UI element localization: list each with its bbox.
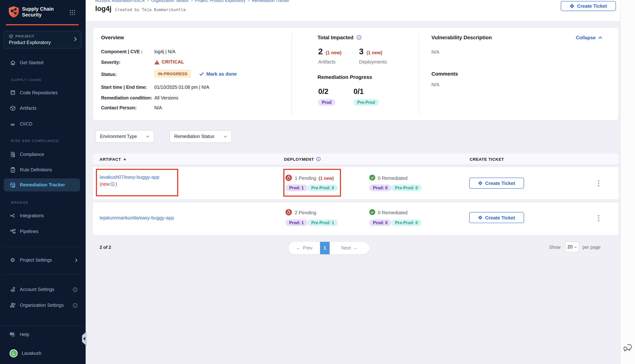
pagination: ← Prev 1 Next → [288, 242, 370, 255]
breadcrumb-current[interactable]: Remediation Tracker [252, 0, 289, 2]
create-ticket-button-top[interactable]: Create Ticket [561, 1, 616, 11]
code-repository-icon [10, 90, 16, 96]
sidebar-item-get-started[interactable]: Get Started [0, 58, 86, 68]
severity-label: Severity: [101, 60, 121, 65]
remediation-tracker-icon [10, 182, 16, 188]
ticket-diamond-icon [570, 4, 574, 8]
contact-value: N/A [154, 105, 162, 110]
impacted-artifacts-label: Artifacts [318, 59, 335, 64]
sidebar-section-risk-compliance: RISK AND COMPLIANCE [11, 139, 59, 143]
project-selector-label: PROJECT [16, 34, 35, 38]
app-grid-icon[interactable] [69, 10, 75, 16]
page-title: log4j [95, 5, 112, 13]
page-size-value: 20 [567, 244, 572, 250]
breadcrumb-project[interactable]: Project: Product Exploratory [195, 0, 245, 2]
vulnerability-description-value: N/A [432, 49, 439, 55]
remediated-prod-badge: Prod: 0 [369, 220, 391, 226]
remediated-preprod-badge: Pre-Prod: 0 [391, 184, 421, 191]
info-icon[interactable] [356, 35, 362, 40]
status-badge: IN-PROGRESS [154, 70, 191, 78]
condition-value: All Versions [154, 96, 178, 100]
impacted-deployments-new: (1 new) [367, 50, 382, 56]
sidebar-section-supply-chain: SUPPLY CHAIN [11, 78, 41, 82]
mark-as-done-link[interactable]: Mark as done [199, 71, 237, 76]
collapse-toggle[interactable]: Collapse [576, 35, 602, 40]
arrow-left-icon: ← [296, 246, 301, 250]
breadcrumb[interactable]: Account: Automation-SSCA>Organization: d… [95, 0, 289, 2]
chevron-down-icon [224, 136, 227, 138]
sidebar-user[interactable]: L Lavakush [0, 348, 86, 359]
sidebar-item-label: Compliance [20, 152, 44, 157]
create-ticket-label: Create Ticket [577, 3, 607, 9]
create-ticket-button-row[interactable]: Create Ticket [469, 178, 524, 188]
sidebar-divider [4, 274, 80, 274]
remediated-prod-badge: Prod: 0 [369, 184, 391, 191]
remediated-icon [369, 175, 375, 180]
sidebar-item-label: Help [20, 332, 29, 337]
sidebar-item-artifacts[interactable]: Artifacts [0, 104, 86, 113]
user-name: Lavakush [22, 351, 41, 356]
info-icon [73, 287, 78, 292]
pending-count: 2 Pending [295, 210, 316, 216]
sidebar-item-account-settings[interactable]: Account Settings [0, 285, 86, 294]
sidebar-item-label: Project Settings [20, 258, 52, 263]
cube-icon [10, 105, 16, 111]
sidebar-item-help[interactable]: ? Help [0, 330, 86, 340]
remediation-status-filter[interactable]: Remediation Status [169, 130, 232, 143]
organization-settings-icon [10, 302, 16, 308]
row-menu-kebab-icon[interactable] [596, 214, 601, 222]
sidebar-item-label: Rule Definitions [20, 167, 52, 172]
sidebar-item-remediation-tracker[interactable]: Remediation Tracker [4, 178, 80, 192]
sidebar-item-rule-definitions[interactable]: Rule Definitions [0, 165, 86, 175]
table-row: tejakummarikuntla/easy-buggy-app 2 Pendi… [93, 202, 618, 235]
column-artifact[interactable]: ARTIFACT [100, 154, 127, 165]
next-label: Next [341, 246, 351, 250]
column-deployment: DEPLOYMENT [284, 154, 321, 165]
comments-title: Comments [432, 71, 458, 77]
remediation-status-label: Remediation Status [174, 134, 214, 139]
account-settings-icon [10, 286, 16, 293]
pending-preprod-badge: Pre-Prod: 1 [308, 220, 338, 226]
remediated-preprod-badge: Pre-Prod: 0 [391, 220, 421, 226]
document-search-icon [10, 151, 16, 158]
project-selector[interactable]: PROJECT Product Exploratory [4, 31, 82, 48]
brand-accent-rule [6, 24, 79, 25]
environment-type-filter[interactable]: Environment Type [95, 130, 154, 143]
sidebar-item-label: Organization Settings [20, 303, 64, 308]
column-deployment-label: DEPLOYMENT [284, 157, 314, 161]
impacted-deployments-count: 3 [359, 47, 364, 56]
artifact-link[interactable]: tejakummarikuntla/easy-buggy-app [100, 215, 174, 220]
ticket-diamond-icon [478, 216, 483, 220]
page-size-select[interactable]: 20 [565, 242, 579, 252]
support-chat-icon[interactable] [623, 344, 633, 352]
sidebar-item-project-settings[interactable]: ⚙ Project Settings [0, 256, 86, 265]
sidebar-item-cicd[interactable]: ∞ CI/CD [0, 119, 86, 129]
sidebar-item-code-repositories[interactable]: Code Repositories [0, 88, 86, 98]
collapse-label: Collapse [576, 35, 596, 40]
create-ticket-button-row[interactable]: Create Ticket [469, 212, 524, 223]
preprod-progress-badge: Pre-Prod [353, 99, 379, 106]
sidebar-item-pipelines[interactable]: Pipelines [0, 227, 86, 236]
overview-card: Overview Component | CVE : log4j | N/A S… [93, 28, 618, 120]
supply-chain-security-logo [8, 6, 20, 18]
infinity-icon: ∞ [10, 121, 16, 127]
chevron-right-icon [74, 37, 77, 42]
page-header: Account: Automation-SSCA>Organization: d… [86, 0, 620, 22]
page-number-active[interactable]: 1 [320, 242, 330, 254]
breadcrumb-account[interactable]: Account: Automation-SSCA [95, 0, 145, 2]
mark-as-done-label: Mark as done [206, 71, 237, 76]
card-divider [291, 33, 292, 115]
chevron-down-icon [574, 246, 577, 248]
remediated-count: 0 Remediated [378, 210, 407, 216]
breadcrumb-org[interactable]: Organization: default [151, 0, 188, 2]
sidebar-item-label: Get Started [20, 60, 43, 65]
overview-title: Overview [101, 34, 124, 40]
sidebar-item-organization-settings[interactable]: Organization Settings [0, 300, 86, 310]
next-page-button[interactable]: Next → [330, 242, 369, 254]
sidebar-item-integrations[interactable]: Integrations [0, 211, 86, 220]
row-menu-kebab-icon[interactable] [596, 179, 601, 188]
prev-page-button[interactable]: ← Prev [289, 242, 320, 254]
arrow-right-icon: → [353, 246, 358, 250]
sidebar-item-compliance[interactable]: Compliance [0, 150, 86, 159]
impacted-artifacts-new: (1 new) [326, 50, 342, 56]
